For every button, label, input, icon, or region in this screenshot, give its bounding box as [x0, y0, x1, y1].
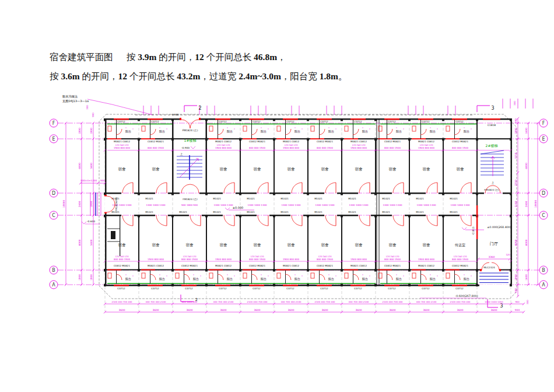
- column: [510, 118, 512, 121]
- wall: [443, 215, 460, 216]
- column: [205, 284, 208, 287]
- dim-label: 1500 800 800: [350, 146, 367, 149]
- floor-dot: [200, 275, 201, 276]
- column: [510, 138, 512, 141]
- elevation-label: -0.900: [171, 113, 179, 116]
- door-label: M1021: [416, 197, 424, 200]
- dim-label: 900: [514, 118, 517, 123]
- window-label: C0712: [185, 287, 193, 290]
- door-window-segment: [243, 138, 257, 139]
- dim-label: 3750: [514, 152, 517, 159]
- grid-letter: B: [542, 268, 545, 273]
- dim-label: 900: [100, 179, 105, 182]
- balcony-label: 阳台: [193, 277, 199, 281]
- partition-wall: [138, 139, 139, 193]
- door-window-label: M0821 C0812: [215, 264, 232, 267]
- floor-dot: [471, 275, 472, 276]
- dim-label: 1500 800 800: [283, 258, 299, 261]
- wall: [274, 215, 290, 216]
- door-window-label: C0812 M0821: [148, 140, 164, 143]
- section-marker: 2: [198, 106, 201, 111]
- room-label: 宿舍: [287, 243, 296, 247]
- grid-letter: E: [52, 136, 55, 142]
- toilet-icon: [311, 126, 314, 131]
- dim-label: 1800: [90, 128, 93, 134]
- balcony-label: 阳台: [396, 277, 402, 281]
- balcony-door-arc: [150, 274, 156, 280]
- floor-dot: [335, 128, 336, 130]
- door-window-label: C0812 M0821: [317, 264, 333, 267]
- dim-label: 1500 800 800: [283, 146, 299, 149]
- partition-wall: [120, 215, 120, 256]
- balcony-partition: [420, 271, 421, 284]
- dim-label: 1500 800 800: [418, 146, 434, 149]
- annotation: 散水沟做法: [62, 94, 78, 99]
- balcony-label: 阳台: [294, 130, 300, 134]
- dim-label: 120 240 120: [285, 144, 299, 146]
- wall: [240, 215, 257, 216]
- floor-dot: [301, 128, 303, 130]
- floor-dot: [301, 275, 303, 276]
- door-window-segment: [446, 138, 460, 139]
- column: [171, 284, 174, 287]
- section-marker: 3: [500, 303, 503, 309]
- balcony-door-arc: [251, 274, 257, 280]
- floor-dot: [193, 274, 194, 275]
- room-label: 宿舍: [355, 243, 363, 247]
- window-label: C0712: [422, 120, 430, 123]
- window-segment: [181, 285, 197, 286]
- door-label: M1021: [450, 197, 458, 200]
- toilet-icon: [277, 126, 280, 131]
- dim-label: 6000: [78, 239, 81, 246]
- door-label: M1021: [280, 197, 289, 200]
- window-label: C0712: [354, 287, 362, 290]
- dim-label: 2400: [525, 201, 528, 207]
- balcony-label: 阳台: [328, 130, 334, 134]
- dim-label: 800 800 1500: [317, 258, 333, 261]
- toilet-icon: [209, 273, 213, 278]
- balcony-label: 阳台: [294, 277, 300, 281]
- column: [442, 118, 444, 121]
- toilet-icon: [108, 273, 111, 278]
- floor-dot: [227, 127, 228, 128]
- floor-dot: [403, 275, 404, 276]
- door-window-segment: [412, 270, 426, 271]
- door-window-segment: [243, 270, 257, 271]
- window-segment: [418, 285, 433, 286]
- door-label: M1021: [382, 197, 390, 200]
- door-arc: [156, 183, 167, 193]
- floor-dot: [261, 127, 262, 128]
- door-arc: [359, 183, 370, 193]
- door-label: MLC2324: [483, 266, 495, 269]
- dim-label: 3600: [423, 309, 429, 312]
- balcony-label: 阳台: [125, 130, 131, 134]
- door-window-label: M0821 C0812: [215, 140, 232, 143]
- door-jamb: [104, 212, 107, 214]
- wall: [308, 192, 324, 194]
- floor-dot: [159, 127, 160, 128]
- dim-label: 300: [513, 101, 516, 106]
- annotation-leader: [87, 99, 153, 115]
- column: [239, 118, 241, 121]
- door-label: M1021: [450, 211, 458, 214]
- door-window-label: M0821 C0812: [350, 264, 367, 267]
- door-arc: [461, 183, 471, 193]
- door-window-segment: [412, 138, 426, 139]
- floor-dot: [268, 128, 269, 130]
- balcony-label: 阳台: [362, 130, 368, 134]
- window-segment: [317, 285, 332, 286]
- dim-label: 3600: [118, 309, 125, 312]
- stair-name: 2#楼梯: [486, 144, 498, 148]
- window-segment: [452, 285, 467, 286]
- door-label: M1021: [247, 197, 255, 200]
- partition-wall: [274, 139, 275, 193]
- dim-label: 120 240 120: [217, 144, 231, 146]
- floor-dot: [403, 128, 404, 130]
- floor-dot: [369, 128, 370, 130]
- balcony-label: 阳台: [430, 130, 436, 134]
- dim-label: 1500 800 800: [215, 146, 232, 149]
- dim-label: 2100 400 700 400: [247, 300, 268, 303]
- dim-label: 1300 1000 1300: [416, 204, 436, 206]
- dim-label: 2250: [514, 180, 517, 186]
- floor-dot: [362, 127, 363, 128]
